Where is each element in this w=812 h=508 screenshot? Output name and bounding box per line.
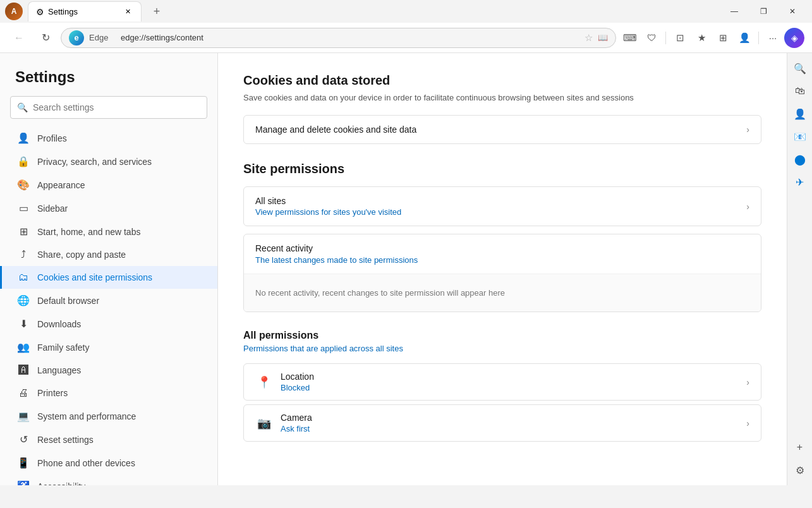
search-box[interactable]: 🔍 — [10, 96, 207, 119]
back-button[interactable]: ← — [8, 27, 30, 49]
more-button[interactable]: ··· — [763, 28, 783, 48]
nav-item-share[interactable]: ⤴ Share, copy and paste — [0, 243, 217, 266]
location-chevron: › — [746, 377, 749, 387]
location-status: Blocked — [281, 383, 746, 392]
manage-cookies-text: Manage and delete cookies and site data — [255, 124, 746, 135]
nav-item-downloads[interactable]: ⬇ Downloads — [0, 312, 217, 336]
profiles-icon: 👤 — [17, 132, 30, 144]
camera-chevron: › — [746, 418, 749, 428]
nav-label-system: System and performance — [37, 411, 136, 421]
nav-label-downloads: Downloads — [37, 319, 81, 329]
nav-label-appearance: Appearance — [37, 180, 85, 190]
nav-item-printers[interactable]: 🖨 Printers — [0, 382, 217, 404]
sidebar-profile-btn[interactable]: 👤 — [790, 104, 810, 124]
start-home-icon: ⊞ — [17, 226, 30, 238]
new-tab-button[interactable]: + — [147, 1, 167, 21]
sidebar-add-btn[interactable]: + — [790, 437, 810, 457]
camera-name: Camera — [281, 413, 746, 423]
address-separator — [113, 33, 116, 42]
search-input[interactable] — [33, 102, 200, 112]
copilot-button[interactable]: 👤 — [734, 28, 754, 48]
languages-icon: 🅰 — [17, 365, 30, 376]
sidebar-settings-btn[interactable]: ⚙ — [790, 460, 810, 480]
favorites-button[interactable]: ★ — [691, 28, 712, 48]
tab-settings-icon: ⚙ — [36, 7, 44, 17]
nav-item-privacy[interactable]: 🔒 Privacy, search, and services — [0, 150, 217, 173]
nav-item-start-home[interactable]: ⊞ Start, home, and new tabs — [0, 220, 217, 243]
nav-item-default-browser[interactable]: 🌐 Default browser — [0, 289, 217, 312]
nav-item-reset[interactable]: ↺ Reset settings — [0, 428, 217, 451]
nav-label-start-home: Start, home, and new tabs — [37, 227, 140, 237]
nav-label-printers: Printers — [37, 388, 68, 398]
nav-item-profiles[interactable]: 👤 Profiles — [0, 126, 217, 150]
tab-close-button[interactable]: ✕ — [122, 6, 133, 18]
manage-cookies-title: Manage and delete cookies and site data — [255, 124, 746, 135]
sidebar-shop-btn[interactable]: 🛍 — [790, 81, 810, 101]
appearance-icon: 🎨 — [17, 179, 30, 191]
recent-activity-title: Recent activity — [255, 243, 749, 253]
phone-icon: 📱 — [17, 457, 30, 469]
copilot-sidebar-button[interactable]: ◈ — [784, 28, 804, 48]
split-screen-button[interactable]: ⊡ — [670, 28, 690, 48]
all-sites-card: All sites View permissions for sites you… — [243, 186, 761, 226]
nav-item-appearance[interactable]: 🎨 Appearance — [0, 173, 217, 197]
nav-item-system[interactable]: 💻 System and performance — [0, 404, 217, 428]
system-icon: 💻 — [17, 410, 30, 422]
window-controls: — ❐ ✕ — [720, 0, 807, 23]
sidebar-search-btn[interactable]: 🔍 — [790, 58, 810, 78]
recent-activity-subtitle: The latest changes made to site permissi… — [255, 255, 749, 265]
nav-item-phone[interactable]: 📱 Phone and other devices — [0, 451, 217, 475]
manage-cookies-row[interactable]: Manage and delete cookies and site data … — [244, 116, 761, 143]
collections-button[interactable]: ⊞ — [713, 28, 733, 48]
accessibility-icon: ♿ — [17, 480, 30, 485]
all-sites-row[interactable]: All sites View permissions for sites you… — [244, 187, 761, 226]
nav-label-privacy: Privacy, search, and services — [37, 157, 152, 167]
maximize-button[interactable]: ❐ — [749, 0, 778, 23]
nav-item-sidebar[interactable]: ▭ Sidebar — [0, 197, 217, 220]
address-path: edge://settings/content — [121, 33, 203, 42]
address-bar[interactable]: e Edge edge://settings/content ☆ 📖 — [61, 28, 616, 48]
browser-essentials-button[interactable]: 🛡 — [641, 28, 662, 48]
privacy-icon: 🔒 — [17, 155, 30, 167]
camera-permission-item[interactable]: 📷 Camera Ask first › — [243, 404, 761, 442]
nav-label-phone: Phone and other devices — [37, 458, 135, 468]
nav-label-languages: Languages — [37, 365, 81, 375]
nav-item-languages[interactable]: 🅰 Languages — [0, 359, 217, 382]
recent-activity-empty: No recent activity, recent changes to si… — [255, 283, 749, 303]
avatar[interactable]: A — [5, 3, 23, 20]
recent-activity-header: Recent activity The latest changes made … — [244, 234, 761, 274]
nav-label-sidebar: Sidebar — [37, 203, 68, 214]
sidebar-circle-btn[interactable]: ⬤ — [790, 149, 810, 169]
all-sites-text: All sites View permissions for sites you… — [255, 196, 746, 217]
nav-label-share: Share, copy and paste — [37, 250, 126, 260]
nav-item-cookies[interactable]: 🗂 Cookies and site permissions — [0, 266, 217, 289]
reset-icon: ↺ — [17, 433, 30, 445]
recent-activity-card: Recent activity The latest changes made … — [243, 234, 761, 312]
camera-icon: 📷 — [255, 416, 273, 430]
location-permission-item[interactable]: 📍 Location Blocked › — [243, 363, 761, 401]
read-view-icon[interactable]: 📖 — [598, 33, 608, 42]
site-permissions-title: Site permissions — [243, 162, 761, 176]
tab-title: Settings — [48, 7, 118, 16]
refresh-button[interactable]: ↻ — [34, 27, 57, 49]
translate-button[interactable]: ⌨ — [620, 28, 640, 48]
camera-status: Ask first — [281, 424, 746, 433]
sidebar-outlook-btn[interactable]: 📧 — [790, 126, 810, 147]
main-content: Cookies and data stored Save cookies and… — [218, 53, 787, 485]
nav-label-cookies: Cookies and site permissions — [37, 272, 152, 282]
active-tab[interactable]: ⚙ Settings ✕ — [28, 1, 142, 21]
star-icon[interactable]: ☆ — [585, 32, 593, 44]
main-layout: Settings 🔍 👤 Profiles 🔒 Privacy, search,… — [0, 53, 812, 485]
nav-item-family[interactable]: 👥 Family safety — [0, 336, 217, 359]
cookies-icon: 🗂 — [17, 272, 30, 283]
all-sites-subtitle: View permissions for sites you've visite… — [255, 207, 746, 217]
minimize-button[interactable]: — — [720, 0, 749, 23]
sidebar-send-btn[interactable]: ✈ — [790, 172, 810, 192]
all-permissions-title: All permissions — [243, 330, 761, 341]
nav-item-accessibility[interactable]: ♿ Accessibility — [0, 475, 217, 485]
titlebar: A ⚙ Settings ✕ + — ❐ ✕ — [0, 0, 812, 23]
navbar: ← ↻ e Edge edge://settings/content ☆ 📖 ⌨… — [0, 23, 812, 53]
close-button[interactable]: ✕ — [778, 0, 807, 23]
nav-label-default-browser: Default browser — [37, 296, 99, 306]
browser-right-sidebar: 🔍 🛍 👤 📧 ⬤ ✈ + ⚙ — [787, 53, 812, 485]
